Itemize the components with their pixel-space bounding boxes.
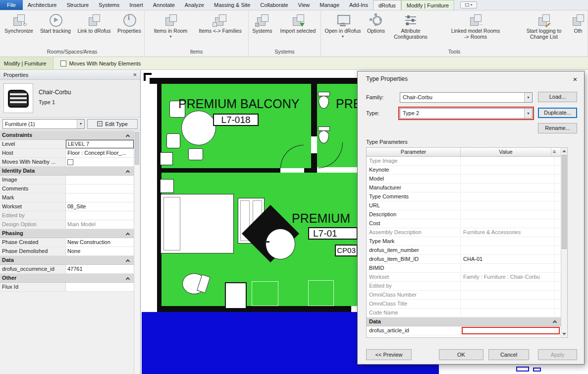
start-logging-button[interactable]: Start logging to Change List bbox=[519, 11, 569, 41]
tab-architecture[interactable]: Architecture bbox=[23, 0, 62, 10]
group-label-tools[interactable]: Tools bbox=[321, 48, 588, 57]
properties-title-bar[interactable]: Properties × bbox=[0, 70, 140, 80]
open-in-drofus-button[interactable]: Open in dRofus ▼ bbox=[323, 11, 363, 39]
group-label-items[interactable]: Items bbox=[145, 48, 248, 57]
rename-button[interactable]: Rename... bbox=[538, 123, 577, 133]
property-value[interactable]: Floor : Concept Floor_... bbox=[66, 149, 134, 157]
items-in-room-button[interactable]: Items in Room ▼ bbox=[147, 11, 195, 39]
close-icon[interactable]: × bbox=[566, 71, 584, 86]
property-value[interactable] bbox=[66, 158, 134, 166]
parameter-value[interactable] bbox=[461, 175, 555, 183]
group-label-rooms-spaces-areas[interactable]: Rooms/Spaces/Areas bbox=[0, 48, 144, 57]
tab-add-ins[interactable]: Add-Ins bbox=[344, 0, 373, 10]
dropdown-arrow-icon[interactable]: ▼ bbox=[169, 35, 172, 38]
tab-modify-furniture[interactable]: Modify | Furniture bbox=[401, 0, 454, 10]
chevron-down-icon[interactable]: ▼ bbox=[524, 109, 532, 118]
type-combobox[interactable]: Type 2 ▼ bbox=[400, 108, 533, 119]
moves-with-nearby-option[interactable]: Moves With Nearby Elements bbox=[60, 61, 141, 66]
parameter-value[interactable] bbox=[461, 201, 555, 210]
cancel-button[interactable]: Cancel bbox=[488, 349, 529, 360]
duplicate-button[interactable]: Duplicate... bbox=[538, 108, 577, 118]
tab-annotate[interactable]: Annotate bbox=[148, 0, 180, 10]
parameter-value[interactable]: CHA-01 bbox=[461, 255, 555, 263]
scroll-down-icon[interactable] bbox=[562, 333, 566, 335]
preview-button[interactable]: << Preview bbox=[366, 349, 412, 360]
load-button[interactable]: Load... bbox=[538, 92, 577, 102]
chair[interactable] bbox=[166, 133, 180, 148]
property-value[interactable] bbox=[66, 193, 134, 202]
parameter-value[interactable] bbox=[461, 264, 555, 272]
tab-file[interactable]: File bbox=[0, 0, 23, 10]
chevron-down-icon[interactable]: ▼ bbox=[77, 120, 84, 128]
import-selected-button[interactable]: Import selected bbox=[276, 11, 321, 35]
attribute-configurations-button[interactable]: Attribute Configurations bbox=[389, 11, 432, 41]
parameter-value[interactable] bbox=[461, 184, 555, 192]
scrollbar-thumb[interactable] bbox=[135, 132, 139, 165]
round-table[interactable] bbox=[181, 111, 216, 145]
group-label-systems[interactable]: Systems bbox=[249, 48, 321, 57]
property-value[interactable] bbox=[66, 185, 134, 193]
property-value[interactable]: LEVEL 7 bbox=[66, 140, 134, 148]
property-value[interactable] bbox=[66, 283, 134, 291]
moves-with-nearby-checkbox[interactable] bbox=[67, 159, 73, 165]
other-button[interactable]: Oth bbox=[569, 11, 588, 35]
section-header[interactable]: Constraints bbox=[0, 131, 134, 140]
room-tag[interactable]: L7-018 bbox=[213, 114, 259, 126]
section-header[interactable]: Identity Data bbox=[0, 167, 134, 176]
link-to-drofus-button[interactable]: Link to dRofus bbox=[73, 11, 115, 35]
tab-collaborate[interactable]: Collaborate bbox=[255, 0, 293, 10]
scroll-up-icon[interactable] bbox=[562, 150, 566, 152]
section-header[interactable]: Phasing bbox=[0, 229, 134, 238]
ribbon-display-toggle-button[interactable]: ▾ bbox=[460, 1, 477, 8]
parameter-value[interactable] bbox=[461, 192, 555, 201]
equipment-tag[interactable]: CP03 bbox=[335, 245, 358, 256]
chair-corbu-selected[interactable] bbox=[266, 229, 295, 259]
properties-scrollbar[interactable] bbox=[134, 131, 140, 374]
property-value[interactable]: None bbox=[66, 247, 134, 255]
section-header[interactable]: Data bbox=[0, 256, 134, 265]
parameter-value[interactable] bbox=[461, 219, 555, 228]
type-selector-combobox[interactable]: Furniture (1) ▼ bbox=[2, 119, 85, 129]
synchronize-button[interactable]: ↻ Synchronize bbox=[0, 11, 38, 35]
parameter-value[interactable] bbox=[461, 237, 555, 246]
tab-drofus[interactable]: dRofus bbox=[373, 0, 401, 10]
tab-systems[interactable]: Systems bbox=[94, 0, 124, 10]
tab-structure[interactable]: Structure bbox=[61, 0, 94, 10]
items-families-button[interactable]: Items <-> Families bbox=[195, 11, 246, 35]
parameter-value[interactable] bbox=[461, 157, 555, 165]
start-tracking-button[interactable]: Start tracking bbox=[38, 11, 73, 35]
tab-insert[interactable]: Insert bbox=[124, 0, 148, 10]
options-button[interactable]: Options bbox=[363, 11, 389, 35]
property-value[interactable]: 08_Site bbox=[66, 202, 134, 211]
tab-analyze[interactable]: Analyze bbox=[180, 0, 209, 10]
family-combobox[interactable]: Chair-Corbu ▼ bbox=[400, 92, 533, 103]
ok-button[interactable]: OK bbox=[439, 349, 483, 360]
systems-button[interactable]: Systems bbox=[249, 11, 276, 35]
chair[interactable] bbox=[188, 148, 203, 160]
section-header[interactable]: Other bbox=[0, 274, 134, 283]
chevron-down-icon[interactable]: ▼ bbox=[524, 93, 532, 102]
moves-with-nearby-elements-checkbox[interactable] bbox=[60, 61, 66, 66]
properties-button[interactable]: Properties bbox=[115, 11, 144, 35]
table-scrollbar[interactable] bbox=[561, 148, 567, 337]
linked-model-rooms-button[interactable]: → Linked model Rooms -> Rooms bbox=[450, 11, 501, 41]
scrollbar-thumb[interactable] bbox=[562, 155, 567, 249]
parameter-value[interactable] bbox=[461, 210, 555, 219]
property-value[interactable] bbox=[66, 176, 134, 184]
parameter-value[interactable] bbox=[461, 246, 555, 254]
tab-view[interactable]: View bbox=[293, 0, 315, 10]
nightstand[interactable] bbox=[160, 179, 174, 193]
cabinet[interactable] bbox=[160, 152, 173, 165]
close-icon[interactable]: × bbox=[133, 71, 137, 78]
tab-manage[interactable]: Manage bbox=[315, 0, 344, 10]
closet[interactable] bbox=[225, 282, 247, 309]
room-tag[interactable]: L7-01 bbox=[308, 227, 358, 240]
tab-massing-site[interactable]: Massing & Site bbox=[209, 0, 255, 10]
edit-type-button[interactable]: Edit Type bbox=[87, 119, 138, 129]
dropdown-arrow-icon[interactable]: ▼ bbox=[341, 35, 345, 38]
property-value[interactable]: 47761 bbox=[66, 265, 134, 273]
property-value[interactable]: New Construction bbox=[66, 238, 134, 247]
section-header-data[interactable]: Data bbox=[367, 317, 561, 326]
parameter-value[interactable] bbox=[461, 166, 555, 174]
dialog-title-bar[interactable]: Type Properties × bbox=[358, 71, 584, 86]
